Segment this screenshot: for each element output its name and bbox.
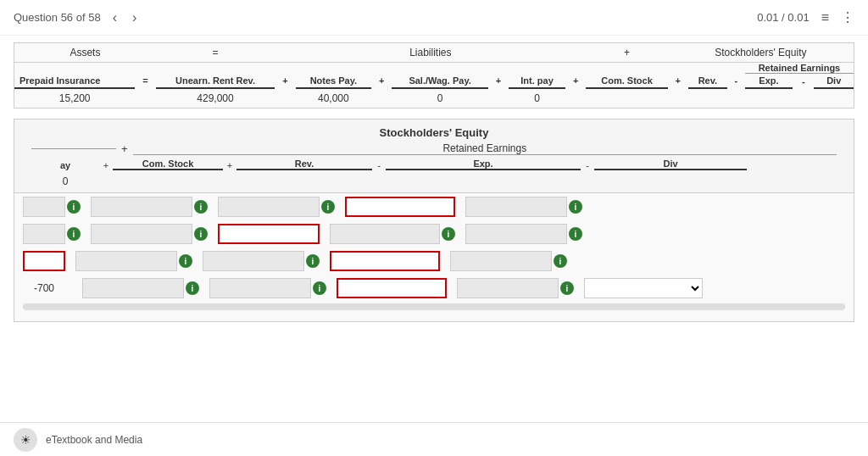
input-row3-col1[interactable] (75, 251, 177, 271)
input-row4-col3[interactable] (337, 278, 447, 298)
val-int: 0 (509, 88, 565, 108)
input-row3-col4[interactable] (450, 251, 552, 271)
next-button[interactable]: › (129, 8, 140, 27)
sal-wag-col: Sal./Wag. Pay. (392, 74, 487, 89)
liabilities-header: Liabilities (275, 43, 586, 63)
data-row-1: 15,200 429,000 40,000 0 0 (14, 88, 854, 108)
info-btn-row1-col4[interactable]: i (569, 200, 582, 214)
info-btn-row1-col0[interactable]: i (67, 200, 81, 214)
info-btn-row3-col2[interactable]: i (306, 254, 320, 268)
top-bar-right: 0.01 / 0.01 ≡ ⋮ (757, 9, 854, 25)
input-row3-col3[interactable] (330, 251, 440, 271)
notes-pay-col: Notes Pay. (296, 74, 371, 89)
prepaid-insurance-col: Prepaid Insurance (14, 74, 135, 89)
question-label: Question 56 of 58 (14, 11, 101, 24)
plus-op1: + (586, 43, 667, 63)
plus-op2: + (116, 142, 133, 155)
input-row4-col1[interactable] (82, 278, 184, 298)
eq-sign: = (135, 74, 155, 89)
val-prepaid: 15,200 (14, 88, 135, 108)
logo-icon: ☀ (20, 433, 31, 447)
equation-table-2: Stockholders' Equity + Retained Earnings… (14, 119, 854, 322)
info-btn-row1-col2[interactable]: i (321, 200, 335, 214)
more-icon[interactable]: ⋮ (841, 9, 854, 25)
equation-table-1: Assets = Liabilities + Stockholders' Equ… (14, 42, 854, 108)
exp-col: Exp. (745, 74, 793, 89)
header-row-1: Assets = Liabilities + Stockholders' Equ… (14, 43, 854, 63)
info-btn-row3-col4[interactable]: i (554, 254, 567, 268)
int-pay-col: Int. pay (509, 74, 565, 89)
input-row1-col0[interactable] (23, 197, 65, 217)
input-row2-col4[interactable] (465, 224, 567, 244)
info-btn-row1-col1[interactable]: i (194, 200, 208, 214)
prev-button[interactable]: ‹ (109, 8, 120, 27)
rev-col2: Rev. (236, 158, 372, 170)
bottom-bar: ☀ eTextbook and Media (0, 422, 868, 456)
div-col: Div (814, 74, 854, 89)
input-row1-col2[interactable] (218, 197, 320, 217)
input-row1-col4[interactable] (465, 197, 567, 217)
exp-col2: Exp. (386, 158, 581, 170)
val-sal: 0 (392, 88, 487, 108)
etextbook-logo: ☀ (14, 428, 37, 452)
com-stock-col: Com. Stock (586, 74, 667, 89)
etextbook-label: eTextbook and Media (46, 434, 142, 446)
input-row2-col0[interactable] (23, 224, 65, 244)
val-unearn: 429,000 (156, 88, 275, 108)
eq-table-1: Assets = Liabilities + Stockholders' Equ… (14, 43, 854, 108)
horizontal-scrollbar[interactable] (23, 303, 845, 310)
info-btn-row2-col4[interactable]: i (569, 227, 582, 241)
input-row-1: i i i i (14, 193, 854, 220)
table2-se-label: Stockholders' Equity (14, 123, 854, 142)
input-row2-col2[interactable] (218, 224, 320, 244)
unearn-rent-col: Unearn. Rent Rev. (156, 74, 275, 89)
val-neg700: -700 (23, 282, 65, 294)
com-stock-col2: Com. Stock (113, 158, 223, 170)
rev-col: Rev. (688, 74, 727, 89)
val-notes: 40,000 (296, 88, 371, 108)
table2-header: Stockholders' Equity + Retained Earnings… (14, 120, 854, 193)
input-row3-col2[interactable] (203, 251, 304, 271)
retained-earnings-subheader: Retained Earnings (14, 63, 854, 74)
val-zero: 0 (31, 175, 99, 187)
input-row3-col0[interactable] (23, 251, 65, 271)
input-row4-col4[interactable] (457, 278, 559, 298)
div-col2: Div (594, 158, 747, 170)
info-btn-row3-col1[interactable]: i (179, 254, 192, 268)
list-icon[interactable]: ≡ (821, 10, 829, 25)
equals-op: = (156, 43, 275, 63)
stockholders-equity-header: Stockholders' Equity (668, 43, 854, 63)
input-row2-col3[interactable] (330, 224, 440, 244)
content: Assets = Liabilities + Stockholders' Equ… (0, 36, 868, 329)
input-row2-col1[interactable] (91, 224, 192, 244)
input-row-2: i i i i (14, 220, 854, 247)
info-btn-row2-col3[interactable]: i (442, 227, 455, 241)
table2-re-label: Retained Earnings (133, 142, 837, 155)
info-btn-row4-col1[interactable]: i (186, 281, 199, 295)
account-select[interactable]: Insurance Expense Interest Expense Rent … (584, 278, 703, 298)
info-btn-row2-col1[interactable]: i (194, 227, 208, 241)
info-btn-row4-col2[interactable]: i (313, 281, 326, 295)
bottom-select-container[interactable]: Insurance Expense Interest Expense Rent … (584, 278, 703, 298)
input-row-3: i i i (14, 247, 854, 275)
info-btn-row2-col0[interactable]: i (67, 227, 81, 241)
input-row-4: -700 i i i Insurance Expense I (14, 275, 854, 302)
top-bar: Question 56 of 58 ‹ › 0.01 / 0.01 ≡ ⋮ (0, 0, 868, 36)
input-row4-col2[interactable] (209, 278, 311, 298)
input-row1-col3[interactable] (345, 197, 455, 217)
column-labels-row: Prepaid Insurance = Unearn. Rent Rev. + … (14, 74, 854, 89)
assets-header: Assets (14, 43, 156, 63)
input-row1-col1[interactable] (91, 197, 192, 217)
info-btn-row4-col4[interactable]: i (560, 281, 574, 295)
retained-earnings-label: Retained Earnings (745, 63, 854, 74)
pay-col-label: ay (31, 160, 99, 170)
score-label: 0.01 / 0.01 (757, 11, 809, 24)
top-bar-left: Question 56 of 58 ‹ › (14, 8, 140, 27)
